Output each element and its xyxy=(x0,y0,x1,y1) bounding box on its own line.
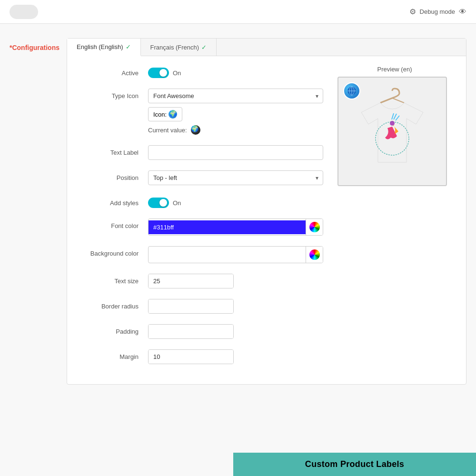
position-select-wrapper: Top - left Top - right Bottom - left Bot… xyxy=(148,170,323,185)
active-toggle[interactable] xyxy=(148,68,169,78)
main-content: *Configurations English (English) ✓ Fran… xyxy=(0,24,476,394)
tab-english-check: ✓ xyxy=(126,43,131,50)
add-styles-field-row: Add styles On xyxy=(81,196,323,208)
preview-image-container xyxy=(337,77,447,186)
position-field-row: Position Top - left Top - right Bottom -… xyxy=(81,170,323,185)
font-color-input[interactable] xyxy=(149,220,306,234)
config-panel: English (English) ✓ Français (French) ✓ … xyxy=(67,38,466,385)
debug-label: Debug mode xyxy=(420,8,455,15)
font-color-picker-btn[interactable] xyxy=(306,219,323,235)
border-radius-control: px xyxy=(148,299,323,314)
top-bar: ⚙ Debug mode 👁 xyxy=(0,0,476,24)
margin-control: px xyxy=(148,349,323,364)
bg-color-control xyxy=(148,246,323,263)
bg-color-field-row: Background color xyxy=(81,246,323,263)
padding-input[interactable] xyxy=(149,325,234,338)
tshirt-svg xyxy=(352,86,433,177)
active-control: On xyxy=(148,66,323,78)
tab-french-check: ✓ xyxy=(201,44,207,51)
globe-svg xyxy=(347,86,357,96)
text-label-input[interactable] xyxy=(148,145,323,160)
globe-green-icon: 🌍 xyxy=(169,110,177,119)
top-bar-right: ⚙ Debug mode 👁 xyxy=(409,7,466,16)
tab-french[interactable]: Français (French) ✓ xyxy=(141,39,217,56)
active-label: Active xyxy=(81,66,148,77)
text-size-field-row: Text size px xyxy=(81,274,323,288)
globe-dark-icon: 🌍 xyxy=(191,125,200,135)
add-styles-label: Add styles xyxy=(81,196,148,207)
active-toggle-container: On xyxy=(148,66,323,78)
padding-field-row: Padding px xyxy=(81,324,323,339)
text-size-label: Text size xyxy=(81,274,148,285)
text-size-input[interactable] xyxy=(149,274,234,288)
add-styles-toggle-label: On xyxy=(173,199,181,207)
preview-title: Preview (en) xyxy=(337,66,452,73)
svg-point-5 xyxy=(390,121,395,126)
rainbow-icon xyxy=(309,222,320,232)
form-body: Active On xyxy=(67,56,466,384)
icon-button[interactable]: Icon: 🌍 xyxy=(148,107,182,121)
config-section: *Configurations English (English) ✓ Fran… xyxy=(10,38,466,385)
padding-wrapper: px xyxy=(148,324,234,339)
top-bar-logo xyxy=(10,5,38,19)
text-label-control xyxy=(148,145,323,160)
type-icon-select[interactable]: Font Awesome Custom Image Text xyxy=(148,89,323,103)
tab-french-label: Français (French) xyxy=(150,44,199,51)
language-tabs: English (English) ✓ Français (French) ✓ xyxy=(67,39,466,56)
add-styles-toggle-thumb xyxy=(159,199,167,207)
text-size-control: px xyxy=(148,274,323,288)
margin-input[interactable] xyxy=(149,350,234,364)
gear-icon: ⚙ xyxy=(409,7,416,16)
type-icon-field-row: Type Icon Font Awesome Custom Image Text… xyxy=(81,89,323,135)
padding-control: px xyxy=(148,324,323,339)
text-label-label: Text Label xyxy=(81,145,148,156)
margin-field-row: Margin px xyxy=(81,349,323,364)
form-fields: Active On xyxy=(81,66,323,375)
add-styles-toggle-container: On xyxy=(148,196,323,208)
border-radius-wrapper: px xyxy=(148,299,234,314)
position-label: Position xyxy=(81,170,148,181)
border-radius-label: Border radius xyxy=(81,299,148,310)
tab-english-label: English (English) xyxy=(77,43,123,50)
type-icon-control: Font Awesome Custom Image Text ▾ Icon: 🌍 xyxy=(148,89,323,135)
active-field-row: Active On xyxy=(81,66,323,78)
active-toggle-thumb xyxy=(159,69,167,77)
font-color-label: Font color xyxy=(81,218,148,229)
type-icon-select-wrapper: Font Awesome Custom Image Text ▾ xyxy=(148,89,323,103)
eye-icon[interactable]: 👁 xyxy=(459,8,466,16)
tab-english[interactable]: English (English) ✓ xyxy=(67,39,141,56)
type-icon-label: Type Icon xyxy=(81,89,148,99)
font-color-row xyxy=(148,218,323,236)
padding-label: Padding xyxy=(81,324,148,335)
border-radius-input[interactable] xyxy=(149,299,234,313)
add-styles-control: On xyxy=(148,196,323,208)
position-select[interactable]: Top - left Top - right Bottom - left Bot… xyxy=(148,170,323,185)
add-styles-toggle[interactable] xyxy=(148,198,169,208)
icon-btn-label: Icon: xyxy=(153,111,167,118)
bg-color-row xyxy=(148,246,323,263)
margin-wrapper: px xyxy=(148,349,234,364)
preview-panel: Preview (en) xyxy=(337,66,452,375)
bg-color-input[interactable] xyxy=(149,248,306,262)
border-radius-field-row: Border radius px xyxy=(81,299,323,314)
current-value-label: Current value: xyxy=(148,127,187,134)
margin-label: Margin xyxy=(81,349,148,360)
preview-globe-badge xyxy=(343,82,360,99)
bg-color-label: Background color xyxy=(81,246,148,257)
current-value-row: Current value: 🌍 xyxy=(148,125,323,135)
rainbow-icon-2 xyxy=(309,249,320,260)
text-size-wrapper: px xyxy=(148,274,234,288)
config-section-label: *Configurations xyxy=(10,38,67,385)
position-control: Top - left Top - right Bottom - left Bot… xyxy=(148,170,323,185)
font-color-control xyxy=(148,218,323,236)
active-toggle-label: On xyxy=(173,69,181,77)
icon-btn-wrapper: Icon: 🌍 xyxy=(148,103,323,121)
bg-color-picker-btn[interactable] xyxy=(306,247,323,263)
font-color-field-row: Font color xyxy=(81,218,323,236)
text-label-field-row: Text Label xyxy=(81,145,323,160)
